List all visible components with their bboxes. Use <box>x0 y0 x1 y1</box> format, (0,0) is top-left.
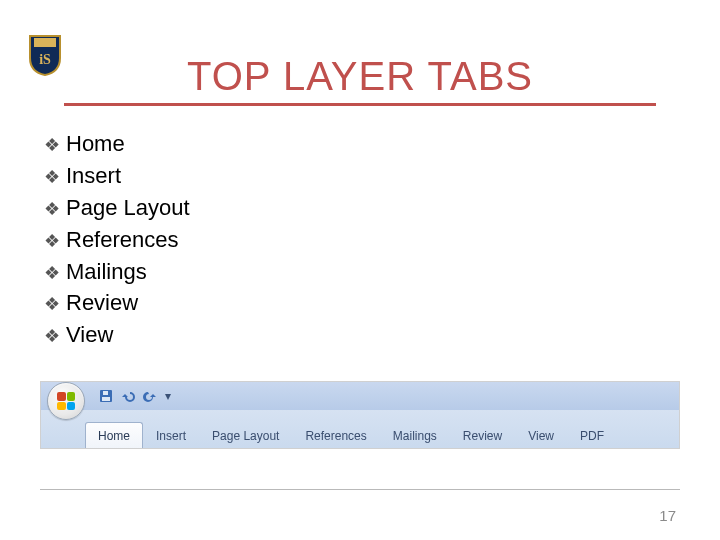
list-item: ❖ Page Layout <box>44 192 680 224</box>
chevron-down-icon[interactable]: ▾ <box>165 389 179 403</box>
list-item-label: Insert <box>66 160 121 192</box>
list-item-label: View <box>66 319 113 351</box>
tab-view[interactable]: View <box>515 422 567 449</box>
list-item-label: References <box>66 224 179 256</box>
tab-page-layout[interactable]: Page Layout <box>199 422 292 449</box>
svg-rect-3 <box>102 397 110 401</box>
list-item: ❖ Insert <box>44 160 680 192</box>
tab-insert[interactable]: Insert <box>143 422 199 449</box>
diamond-bullet-icon: ❖ <box>44 323 66 349</box>
tab-review[interactable]: Review <box>450 422 515 449</box>
tab-label: Insert <box>156 429 186 443</box>
ribbon-tabs: Home Insert Page Layout References Maili… <box>41 410 679 448</box>
tab-label: References <box>305 429 366 443</box>
svg-text:iS: iS <box>39 52 51 67</box>
diamond-bullet-icon: ❖ <box>44 228 66 254</box>
svg-rect-4 <box>103 391 108 395</box>
diamond-bullet-icon: ❖ <box>44 164 66 190</box>
diamond-bullet-icon: ❖ <box>44 132 66 158</box>
office-button[interactable] <box>47 382 85 420</box>
list-item-label: Review <box>66 287 138 319</box>
page-number: 17 <box>659 507 676 524</box>
tab-home[interactable]: Home <box>85 422 143 449</box>
list-item: ❖ Review <box>44 287 680 319</box>
svg-rect-0 <box>34 38 56 47</box>
tab-label: View <box>528 429 554 443</box>
diamond-bullet-icon: ❖ <box>44 196 66 222</box>
list-item-label: Home <box>66 128 125 160</box>
tab-label: Review <box>463 429 502 443</box>
list-item: ❖ View <box>44 319 680 351</box>
list-item-label: Mailings <box>66 256 147 288</box>
tab-pdf[interactable]: PDF <box>567 422 617 449</box>
bullet-list: ❖ Home ❖ Insert ❖ Page Layout ❖ Referenc… <box>40 128 680 351</box>
word-ribbon-screenshot: ▾ Home Insert Page Layout References Mai… <box>40 381 680 449</box>
undo-icon[interactable] <box>121 389 135 403</box>
tab-label: Page Layout <box>212 429 279 443</box>
list-item: ❖ Mailings <box>44 256 680 288</box>
tab-references[interactable]: References <box>292 422 379 449</box>
list-item: ❖ Home <box>44 128 680 160</box>
footer-divider <box>40 489 680 490</box>
institution-logo: iS <box>28 34 62 76</box>
tab-mailings[interactable]: Mailings <box>380 422 450 449</box>
tab-label: Home <box>98 429 130 443</box>
quick-access-toolbar: ▾ <box>41 382 679 410</box>
save-icon[interactable] <box>99 389 113 403</box>
diamond-bullet-icon: ❖ <box>44 260 66 286</box>
tab-label: PDF <box>580 429 604 443</box>
redo-icon[interactable] <box>143 389 157 403</box>
title-underline <box>64 103 656 106</box>
list-item: ❖ References <box>44 224 680 256</box>
list-item-label: Page Layout <box>66 192 190 224</box>
diamond-bullet-icon: ❖ <box>44 291 66 317</box>
tab-label: Mailings <box>393 429 437 443</box>
office-logo-icon <box>57 392 75 410</box>
slide-title: TOP LAYER TABS <box>40 54 680 99</box>
